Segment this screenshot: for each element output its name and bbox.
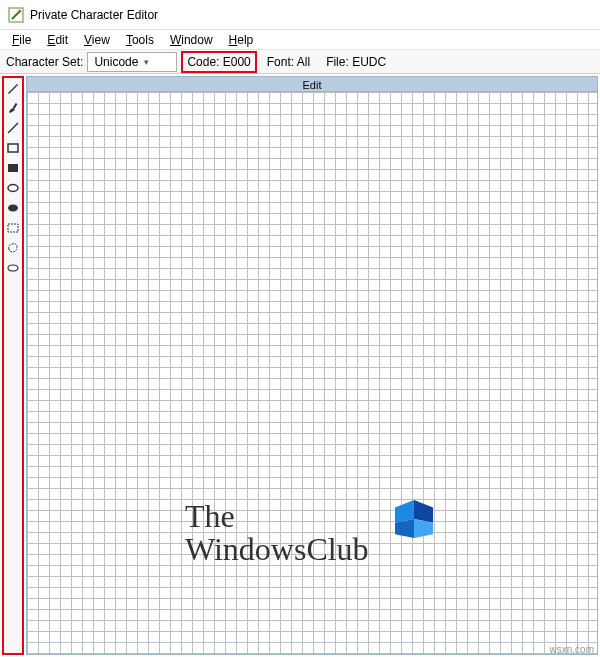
titlebar: Private Character Editor xyxy=(0,0,600,30)
svg-point-6 xyxy=(8,205,18,212)
file-field: File: EUDC xyxy=(320,55,392,69)
menu-view[interactable]: View xyxy=(76,31,118,49)
charset-label: Character Set: xyxy=(6,55,83,69)
freeform-select-icon xyxy=(6,241,20,255)
charset-value: Unicode xyxy=(94,55,138,69)
rect-select-tool[interactable] xyxy=(5,220,21,236)
ellipse-outline-tool[interactable] xyxy=(5,180,21,196)
window-title: Private Character Editor xyxy=(30,8,158,22)
charset-dropdown[interactable]: Unicode ▾ xyxy=(87,52,177,72)
pencil-tool[interactable] xyxy=(5,80,21,96)
pencil-icon xyxy=(6,81,20,95)
rect-outline-tool[interactable] xyxy=(5,140,21,156)
line-tool[interactable] xyxy=(5,120,21,136)
ellipse-filled-icon xyxy=(6,201,20,215)
svg-point-5 xyxy=(8,185,18,192)
freeform-select-tool[interactable] xyxy=(5,240,21,256)
svg-rect-4 xyxy=(8,164,18,172)
menu-window[interactable]: Window xyxy=(162,31,221,49)
rectangle-filled-icon xyxy=(6,161,20,175)
menu-help[interactable]: Help xyxy=(221,31,262,49)
menu-file[interactable]: File xyxy=(4,31,39,49)
canvas-header: Edit xyxy=(26,76,598,92)
rect-filled-tool[interactable] xyxy=(5,160,21,176)
editing-grid[interactable] xyxy=(26,92,598,655)
code-field: Code: E000 xyxy=(181,51,256,73)
font-field: Font: All xyxy=(261,55,316,69)
credit-text: wsxn.com xyxy=(550,644,594,655)
info-row: Character Set: Unicode ▾ Code: E000 Font… xyxy=(0,50,600,74)
svg-rect-1 xyxy=(13,103,18,109)
svg-rect-3 xyxy=(8,144,18,152)
eraser-tool[interactable] xyxy=(5,260,21,276)
eraser-icon xyxy=(6,261,20,275)
code-label: Code: E000 xyxy=(187,55,250,69)
rect-select-icon xyxy=(6,221,20,235)
rectangle-outline-icon xyxy=(6,141,20,155)
line-icon xyxy=(6,121,20,135)
brush-tool[interactable] xyxy=(5,100,21,116)
menu-tools[interactable]: Tools xyxy=(118,31,162,49)
tool-palette xyxy=(2,76,24,655)
ellipse-filled-tool[interactable] xyxy=(5,200,21,216)
svg-line-2 xyxy=(8,123,18,133)
menubar: File Edit View Tools Window Help xyxy=(0,30,600,50)
canvas-wrap: Edit xyxy=(26,76,598,655)
app-icon xyxy=(8,7,24,23)
ellipse-outline-icon xyxy=(6,181,20,195)
svg-point-8 xyxy=(8,265,18,271)
svg-rect-7 xyxy=(8,224,18,232)
brush-icon xyxy=(6,101,20,115)
chevron-down-icon: ▾ xyxy=(144,57,149,67)
main-area: Edit xyxy=(0,74,600,657)
menu-edit[interactable]: Edit xyxy=(39,31,76,49)
